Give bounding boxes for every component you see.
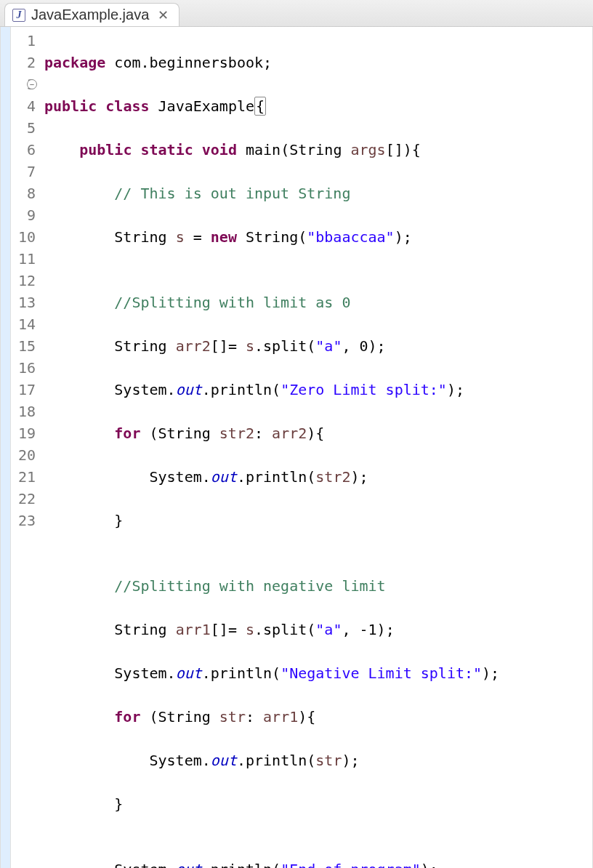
line-number: 19 [11,422,36,444]
line-number: 17 [11,379,36,401]
line-number: 9 [11,204,36,226]
line-number: 15 [11,335,36,357]
line-number: 21 [11,466,36,488]
close-icon[interactable]: ✕ [158,7,169,23]
code-line: System.out.println("Negative Limit split… [44,662,588,684]
code-line: public static void main(String args[]){ [44,139,588,161]
code-line: System.out.println("End of program"); [44,859,588,868]
line-number: 20 [11,444,36,466]
code-line: String arr1[]= s.split("a", -1); [44,619,588,640]
code-line: System.out.println(str); [44,750,588,771]
marker-bar [1,27,11,868]
code-line: String s = new String("bbaaccaa"); [44,226,588,248]
code-line: } [44,510,588,531]
code-line: String arr2[]= s.split("a", 0); [44,335,588,357]
editor-tab-javaexample[interactable]: J JavaExample.java ✕ [4,3,179,26]
editor-tab-label: JavaExample.java [31,7,149,23]
code-line: for (String str: arr1){ [44,706,588,728]
editor-tabbar: J JavaExample.java ✕ [0,0,593,27]
code-line: System.out.println(str2); [44,466,588,488]
line-number: 1 [11,30,36,52]
editor-area[interactable]: 1 2 3− 4 5 6 7 8 9 10 11 12 13 14 15 16 … [0,27,593,868]
line-number: 11 [11,248,36,270]
line-number: 7 [11,161,36,182]
line-number: 13 [11,292,36,313]
line-number: 12 [11,270,36,292]
code-line: package com.beginnersbook; [44,52,588,73]
line-number: 16 [11,357,36,379]
code-line: // This is out input String [44,182,588,204]
line-number: 5 [11,117,36,139]
line-number: 14 [11,313,36,335]
line-number: 8 [11,182,36,204]
code-line: //Splitting with negative limit [44,575,588,597]
line-number: 10 [11,226,36,248]
line-number: 2 [11,52,36,73]
line-number: 18 [11,401,36,422]
code-line: } [44,793,588,815]
fold-toggle-icon[interactable]: − [27,79,37,89]
line-number-gutter: 1 2 3− 4 5 6 7 8 9 10 11 12 13 14 15 16 … [11,27,40,868]
line-number: 4 [11,95,36,117]
code-line: //Splitting with limit as 0 [44,292,588,313]
code-line: public class JavaExample{ [44,95,588,117]
line-number: 23 [11,510,36,531]
code-line: System.out.println("Zero Limit split:"); [44,379,588,401]
code-content[interactable]: package com.beginnersbook; public class … [40,27,592,868]
line-number: 22 [11,488,36,510]
code-line: for (String str2: arr2){ [44,422,588,444]
java-file-icon: J [12,9,25,22]
line-number: 6 [11,139,36,161]
